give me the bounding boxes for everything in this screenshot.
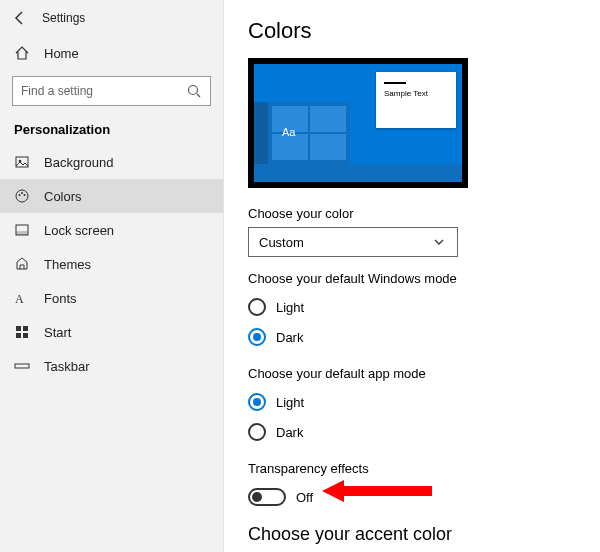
radio-icon [248, 298, 266, 316]
svg-point-5 [19, 194, 21, 196]
sidebar: Settings Home Find a setting Personaliza… [0, 0, 224, 552]
radio-label: Light [276, 300, 304, 315]
windows-mode-label: Choose your default Windows mode [248, 271, 576, 286]
app-mode-dark[interactable]: Dark [248, 417, 576, 447]
search-input[interactable]: Find a setting [12, 76, 211, 106]
search-icon [186, 83, 202, 99]
svg-rect-12 [23, 326, 28, 331]
sidebar-item-taskbar[interactable]: Taskbar [0, 349, 223, 383]
svg-rect-14 [23, 333, 28, 338]
radio-label: Dark [276, 330, 303, 345]
svg-point-6 [21, 192, 23, 194]
page-title: Colors [248, 18, 576, 44]
preview-window: Sample Text [376, 72, 456, 128]
lockscreen-icon [14, 222, 30, 238]
sidebar-item-start[interactable]: Start [0, 315, 223, 349]
nav-home[interactable]: Home [0, 36, 223, 70]
sidebar-item-themes[interactable]: Themes [0, 247, 223, 281]
fonts-icon: A [14, 290, 30, 306]
svg-rect-13 [16, 333, 21, 338]
title-bar: Settings [0, 0, 223, 36]
transparency-label: Transparency effects [248, 461, 576, 476]
taskbar-icon [14, 358, 30, 374]
sidebar-item-label: Lock screen [44, 223, 114, 238]
radio-icon [248, 423, 266, 441]
app-title: Settings [42, 11, 85, 25]
back-icon[interactable] [12, 10, 28, 26]
app-mode-light[interactable]: Light [248, 387, 576, 417]
palette-icon [14, 188, 30, 204]
preview-sample-text: Sample Text [384, 89, 428, 98]
transparency-value: Off [296, 490, 313, 505]
radio-icon [248, 393, 266, 411]
main-content: Colors Aa Sample Text Choose your color … [224, 0, 600, 552]
windows-mode-light[interactable]: Light [248, 292, 576, 322]
svg-rect-9 [16, 231, 28, 235]
home-icon [14, 45, 30, 61]
chevron-down-icon [431, 234, 447, 250]
sidebar-item-colors[interactable]: Colors [0, 179, 223, 213]
nav-home-label: Home [44, 46, 79, 61]
svg-point-4 [16, 190, 28, 202]
sidebar-item-label: Taskbar [44, 359, 90, 374]
start-icon [14, 324, 30, 340]
choose-color-label: Choose your color [248, 206, 576, 221]
radio-label: Light [276, 395, 304, 410]
app-mode-label: Choose your default app mode [248, 366, 576, 381]
choose-color-value: Custom [259, 235, 304, 250]
accent-color-title: Choose your accent color [248, 524, 576, 545]
windows-mode-dark[interactable]: Dark [248, 322, 576, 352]
radio-label: Dark [276, 425, 303, 440]
preview-aa: Aa [282, 126, 295, 138]
svg-rect-15 [15, 364, 29, 368]
picture-icon [14, 154, 30, 170]
radio-icon [248, 328, 266, 346]
sidebar-item-label: Themes [44, 257, 91, 272]
svg-point-7 [24, 194, 26, 196]
sidebar-item-label: Start [44, 325, 71, 340]
svg-rect-2 [16, 157, 28, 167]
svg-point-0 [189, 86, 198, 95]
sidebar-item-label: Background [44, 155, 113, 170]
sidebar-item-background[interactable]: Background [0, 145, 223, 179]
sidebar-section-header: Personalization [0, 116, 223, 145]
color-preview: Aa Sample Text [248, 58, 468, 188]
sidebar-item-lockscreen[interactable]: Lock screen [0, 213, 223, 247]
sidebar-item-label: Colors [44, 189, 82, 204]
themes-icon [14, 256, 30, 272]
svg-line-1 [197, 94, 200, 97]
sidebar-item-label: Fonts [44, 291, 77, 306]
sidebar-item-fonts[interactable]: A Fonts [0, 281, 223, 315]
choose-color-dropdown[interactable]: Custom [248, 227, 458, 257]
search-placeholder: Find a setting [21, 84, 93, 98]
svg-text:A: A [15, 292, 24, 306]
svg-rect-11 [16, 326, 21, 331]
transparency-toggle[interactable] [248, 488, 286, 506]
